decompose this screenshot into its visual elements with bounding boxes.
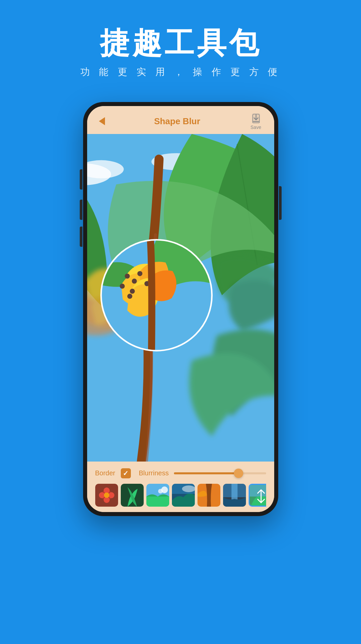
svg-point-14: [137, 271, 142, 276]
thumb-svg-2: [121, 484, 144, 507]
thumbnail-7-active[interactable]: [249, 484, 266, 507]
thumb-svg-1: [95, 484, 118, 507]
svg-point-17: [127, 294, 132, 299]
slider-fill: [174, 472, 238, 474]
svg-point-13: [119, 283, 124, 289]
thumbnail-strip: [95, 484, 266, 507]
main-title: 捷趣工具包: [0, 27, 361, 60]
thumbnail-3[interactable]: [146, 484, 169, 507]
svg-point-30: [158, 489, 163, 494]
thumbnail-5[interactable]: [197, 484, 220, 507]
volume-up-button: [80, 200, 82, 220]
border-label: Border: [95, 469, 115, 477]
border-checkbox[interactable]: ✓: [121, 468, 131, 478]
save-button[interactable]: Save: [246, 113, 266, 130]
thumbnail-6[interactable]: [223, 484, 246, 507]
save-icon: [251, 113, 261, 124]
svg-point-12: [132, 278, 137, 283]
back-button[interactable]: [95, 114, 109, 128]
thumbnail-1[interactable]: [95, 484, 118, 507]
thumb-svg-4: [172, 484, 195, 507]
blurriness-slider[interactable]: [174, 472, 266, 474]
thumb-svg-6: [223, 484, 246, 507]
slider-thumb[interactable]: [234, 469, 243, 478]
thumb-svg-3: [146, 484, 169, 507]
thumb-svg-7: [250, 485, 266, 507]
thumb-svg-5: [197, 484, 220, 507]
thumbnail-4[interactable]: [172, 484, 195, 507]
scene-svg: [87, 134, 274, 462]
image-area[interactable]: [87, 134, 274, 462]
sub-title: 功 能 更 实 用 ， 操 作 更 方 便: [0, 66, 361, 78]
phone-mockup: Shape Blur Save: [83, 102, 278, 516]
volume-down-button: [80, 227, 82, 247]
svg-point-11: [124, 273, 130, 278]
svg-point-25: [104, 493, 109, 498]
controls-row: Border ✓ Blurriness: [95, 468, 266, 478]
phone-wrapper: Shape Blur Save: [0, 102, 361, 516]
svg-point-15: [130, 289, 135, 294]
save-label: Save: [251, 125, 261, 130]
phone-screen: Shape Blur Save: [87, 106, 274, 512]
app-title: Shape Blur: [109, 116, 246, 127]
back-chevron-icon: [99, 117, 105, 125]
svg-rect-39: [250, 485, 266, 497]
header-section: 捷趣工具包 功 能 更 实 用 ， 操 作 更 方 便: [0, 0, 361, 92]
checkmark-icon: ✓: [123, 469, 129, 477]
bottom-controls: Border ✓ Blurriness: [87, 462, 274, 512]
blurriness-label: Blurriness: [139, 469, 169, 477]
thumbnail-2[interactable]: [121, 484, 144, 507]
svg-rect-28: [146, 497, 169, 507]
app-topbar: Shape Blur Save: [87, 106, 274, 134]
